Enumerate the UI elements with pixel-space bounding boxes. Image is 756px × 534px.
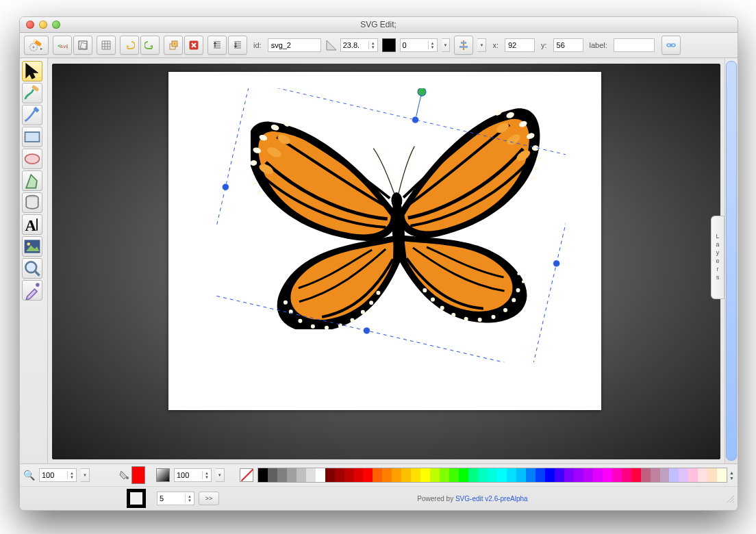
palette-swatch[interactable] bbox=[354, 468, 364, 482]
palette-swatch[interactable] bbox=[660, 468, 670, 482]
label-field[interactable] bbox=[614, 38, 655, 52]
tool-cylinder[interactable] bbox=[22, 192, 42, 213]
palette-swatch[interactable] bbox=[583, 468, 593, 482]
palette-swatch[interactable] bbox=[297, 468, 306, 482]
palette-swatch[interactable] bbox=[536, 468, 545, 482]
palette-swatch[interactable] bbox=[316, 468, 325, 482]
blur-dropdown[interactable]: ▼ bbox=[442, 38, 451, 52]
move-top-button[interactable] bbox=[207, 36, 227, 55]
palette-swatch[interactable] bbox=[459, 468, 468, 482]
palette-swatch[interactable] bbox=[325, 468, 335, 482]
selected-object[interactable] bbox=[251, 103, 545, 329]
palette-swatch[interactable] bbox=[603, 468, 612, 482]
y-field[interactable] bbox=[553, 38, 583, 52]
tool-ellipse[interactable] bbox=[22, 149, 42, 169]
x-field[interactable] bbox=[505, 38, 535, 52]
palette-swatch[interactable] bbox=[707, 468, 717, 482]
blur-input[interactable] bbox=[401, 40, 428, 51]
palette-swatch[interactable] bbox=[449, 468, 459, 482]
palette-swatch[interactable] bbox=[564, 468, 574, 482]
stroke-width-field[interactable]: ▲▼ bbox=[157, 492, 194, 505]
edit-source-button[interactable]: <svg> bbox=[53, 36, 72, 55]
palette-swatch[interactable] bbox=[258, 468, 268, 482]
palette-swatch[interactable] bbox=[478, 468, 488, 482]
blur-stepper[interactable]: ▲▼ bbox=[428, 41, 437, 49]
zoom-field[interactable]: ▲▼ bbox=[39, 468, 77, 482]
stroke-width-stepper[interactable]: ▲▼ bbox=[185, 494, 194, 503]
palette-swatch[interactable] bbox=[717, 468, 727, 482]
move-bottom-button[interactable] bbox=[228, 36, 247, 55]
palette-swatch[interactable] bbox=[555, 468, 564, 482]
palette-swatch[interactable] bbox=[612, 468, 622, 482]
palette-swatch[interactable] bbox=[507, 468, 516, 482]
angle-stepper[interactable]: ▲▼ bbox=[368, 41, 377, 49]
palette-swatch[interactable] bbox=[392, 468, 401, 482]
tool-pencil[interactable] bbox=[22, 83, 42, 103]
fill-color-swatch[interactable] bbox=[131, 466, 145, 484]
tool-rect[interactable] bbox=[22, 127, 42, 147]
palette-swatch[interactable] bbox=[516, 468, 526, 482]
palette-swatch[interactable] bbox=[669, 468, 679, 482]
align-dropdown[interactable]: ▼ bbox=[477, 38, 486, 52]
no-fill-swatch[interactable] bbox=[240, 468, 253, 482]
blur-field[interactable]: ▲▼ bbox=[400, 38, 438, 52]
palette-swatch[interactable] bbox=[420, 468, 430, 482]
palette-swatch[interactable] bbox=[574, 468, 583, 482]
palette-swatch[interactable] bbox=[497, 468, 507, 482]
stroke-color-swatch[interactable] bbox=[127, 489, 146, 508]
wireframe-button[interactable] bbox=[73, 36, 92, 55]
palette-swatch[interactable] bbox=[622, 468, 631, 482]
palette-swatch[interactable] bbox=[335, 468, 344, 482]
palette-swatch[interactable] bbox=[430, 468, 440, 482]
opacity-field[interactable]: ▲▼ bbox=[174, 468, 212, 482]
zoom-stepper[interactable]: ▲▼ bbox=[67, 471, 76, 479]
palette-swatch[interactable] bbox=[440, 468, 449, 482]
tool-select[interactable] bbox=[22, 61, 42, 81]
opacity-dropdown[interactable]: ▼ bbox=[216, 468, 225, 482]
color-palette[interactable] bbox=[257, 468, 727, 483]
palette-swatch[interactable] bbox=[526, 468, 536, 482]
palette-swatch[interactable] bbox=[631, 468, 641, 482]
palette-swatch[interactable] bbox=[344, 468, 354, 482]
tool-eyedropper[interactable] bbox=[22, 280, 42, 301]
palette-swatch[interactable] bbox=[382, 468, 392, 482]
id-field[interactable] bbox=[268, 38, 321, 52]
angle-input[interactable] bbox=[341, 40, 368, 51]
close-window-button[interactable] bbox=[26, 21, 34, 29]
main-menu-button[interactable] bbox=[24, 36, 49, 55]
palette-swatch[interactable] bbox=[641, 468, 651, 482]
palette-swatch[interactable] bbox=[593, 468, 603, 482]
palette-swatch[interactable] bbox=[287, 468, 297, 482]
tool-pen[interactable] bbox=[22, 105, 42, 125]
stroke-style-button[interactable]: >> bbox=[199, 492, 219, 505]
palette-swatch[interactable] bbox=[679, 468, 688, 482]
clone-button[interactable] bbox=[164, 36, 183, 55]
layers-panel-toggle[interactable]: Layers bbox=[711, 216, 724, 299]
grid-button[interactable] bbox=[97, 36, 116, 55]
vertical-scrollbar[interactable] bbox=[726, 61, 737, 461]
palette-scroll[interactable]: ▲▼ bbox=[729, 470, 734, 481]
palette-swatch[interactable] bbox=[651, 468, 660, 482]
redo-button[interactable] bbox=[140, 36, 160, 55]
palette-swatch[interactable] bbox=[373, 468, 382, 482]
palette-swatch[interactable] bbox=[401, 468, 411, 482]
tool-text[interactable]: A bbox=[22, 214, 42, 235]
palette-swatch[interactable] bbox=[468, 468, 478, 482]
tool-image[interactable] bbox=[22, 236, 42, 257]
undo-button[interactable] bbox=[120, 36, 139, 55]
palette-swatch[interactable] bbox=[306, 468, 316, 482]
minimize-window-button[interactable] bbox=[39, 21, 47, 29]
zoom-window-button[interactable] bbox=[52, 21, 60, 29]
align-button[interactable] bbox=[454, 36, 473, 55]
stroke-width-input[interactable] bbox=[158, 493, 185, 504]
tool-zoom[interactable] bbox=[22, 258, 42, 279]
opacity-stepper[interactable]: ▲▼ bbox=[202, 471, 211, 479]
palette-swatch[interactable] bbox=[488, 468, 497, 482]
angle-field[interactable]: ▲▼ bbox=[340, 38, 378, 52]
palette-swatch[interactable] bbox=[688, 468, 698, 482]
palette-swatch[interactable] bbox=[268, 468, 277, 482]
palette-swatch[interactable] bbox=[411, 468, 420, 482]
palette-swatch[interactable] bbox=[545, 468, 555, 482]
tool-polygon[interactable] bbox=[22, 170, 42, 191]
zoom-input[interactable] bbox=[40, 470, 67, 481]
